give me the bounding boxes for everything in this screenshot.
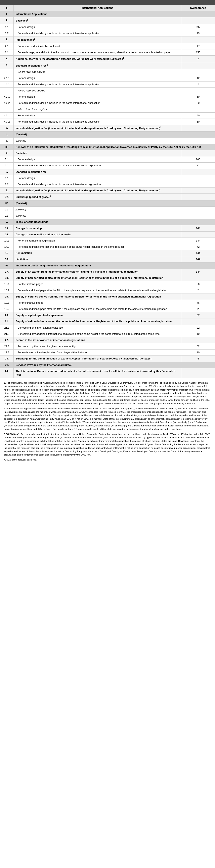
table-row: 2.2For each page, in addition to the fir… [0,49,215,55]
table-row: 1.2For each additional design included i… [0,30,215,36]
item-label: Surcharge (period of grace)4 [13,194,181,200]
sub-item-label: For each additional page after the fifth… [13,287,181,293]
item-label: Additional fee where the description exc… [13,56,181,62]
sub-item-number: 14.2 [0,244,13,250]
sub-item-label: For each additional design included in t… [13,181,181,187]
page-header [0,0,215,5]
sub-item-label: For each additional international regist… [13,244,181,250]
col-header-roman: I. [0,5,13,11]
item-label: [Deleted] [13,138,181,144]
sub-item-number: 7.2 [0,163,13,169]
sub-item-number: 4.2.2 [0,100,13,106]
sub-item-value: 200 [181,156,215,163]
sub-item-value: 90 [181,113,215,119]
sub-item-value [181,175,215,181]
sub-item-value: 46 [181,300,215,306]
table-row: 16.Limitation144 [0,256,215,262]
item-value [181,150,215,156]
item-value [181,213,215,219]
sub-item-number: 21.2 [0,331,13,337]
sub-item-number: 2.2 [0,49,13,55]
item-number: 20. [0,312,13,318]
table-row: 2.Publication fee1 [0,36,215,43]
item-label: Supply of a photograph of a specimen [13,312,181,318]
sub-item-value: 2 [181,287,215,293]
footnote-number: 4. [4,459,7,461]
item-value: 144 [181,225,215,231]
table-row: 23.Surcharge for the communication of ex… [0,356,215,362]
item-number: 18. [0,275,13,281]
table-row: 18.Supply of non-certified copies of the… [0,275,215,281]
table-row: 12.[Deleted] [0,213,215,219]
item-number: 12. [0,213,13,219]
sub-item-value: 50 [181,119,215,125]
table-row: 9.Individual designation fee (the amount… [0,187,215,194]
item-value: 4 [181,356,215,362]
table-row: 4.1.2For each additional design included… [0,81,215,88]
sub-item-value: 397 [181,24,215,30]
item-label: [Deleted] [13,213,181,219]
item-value: 2 [181,56,215,62]
sub-item-number: 4.2.1 [0,94,13,100]
section-label: [Deleted] [13,131,215,138]
table-row: 7.Basic fee [0,150,215,156]
item-value [181,337,215,343]
item-label: Limitation [13,256,181,262]
item-number: 11. [0,207,13,213]
item-value: 57 [181,312,215,318]
table-row: 2.1For one reproduction to be published1… [0,43,215,49]
item-value: 144 [181,269,215,275]
sub-item-number: 8.2 [0,181,13,187]
sub-item-value: 2 [181,81,215,88]
sub-item-label: For each additional design included in t… [13,81,181,88]
sub-item-label: For the first five pages [13,300,181,306]
sub-item-number: 19.1 [0,300,13,306]
item-number: 24. [0,368,13,378]
roman-numeral: III. [0,144,13,150]
sub-item-label: For one design [13,156,181,163]
roman-numeral: VI. [0,262,13,269]
table-row: II.[Deleted] [0,131,215,138]
table-row: 5.Individual designation fee (the amount… [0,125,215,131]
table-row: 20.Supply of a photograph of a specimen5… [0,312,215,318]
table-row: 8.Standard designation fee [0,169,215,175]
item-number: 4. [0,62,13,69]
item-label: Standard designation fee [13,169,181,175]
table-row: 1.1For one design397 [0,24,215,30]
sub-item-label: Where level two applies [13,88,181,94]
section-label: [Deleted] [13,200,215,207]
table-row: V.Miscellaneous Recordings [0,219,215,225]
table-row: 24.The International Bureau is authorize… [0,368,215,378]
table-row: 7.1For one design200 [0,156,215,163]
sub-item-label: For one international registration [13,238,181,244]
sub-item-value: 17 [181,43,215,49]
sub-item-value: 2 [181,306,215,312]
sub-item-label: For one design [13,175,181,181]
sub-item-label: Where level three applies [13,106,181,113]
item-value [181,194,215,200]
item-label: Change in ownership [13,225,181,231]
item-value [181,36,215,43]
item-value [181,207,215,213]
table-row: 15Renunciation144 [0,250,215,256]
sub-item-number: 2.1 [0,43,13,49]
item-number: 2. [0,36,13,43]
sub-item-number: 1.2 [0,30,13,36]
footnote-number: 1. [4,381,7,384]
table-row: 18.2For each additional page after the f… [0,287,215,293]
sub-item-label: For each additional design included in t… [13,100,181,106]
sub-item-value: 60 [181,94,215,100]
table-row: 18.1For the first five pages26 [0,281,215,287]
sub-item-value: 82 [181,324,215,331]
sub-item-value: 26 [181,281,215,287]
footnote: 3 [WIPO Note]: Recommendation adopted by… [4,433,211,457]
sub-item-number: 4.3.1 [0,113,13,119]
item-label: Surcharge for the communication of extra… [13,356,181,362]
item-label: Individual designation fee (the amount o… [13,187,181,194]
sub-item-label: For one design [13,75,181,81]
item-value [181,169,215,175]
table-row: 10.Surcharge (period of grace)4 [0,194,215,200]
item-number: 5. [0,125,13,131]
sub-item-number: 8.1 [0,175,13,181]
sub-item-number [0,69,13,75]
